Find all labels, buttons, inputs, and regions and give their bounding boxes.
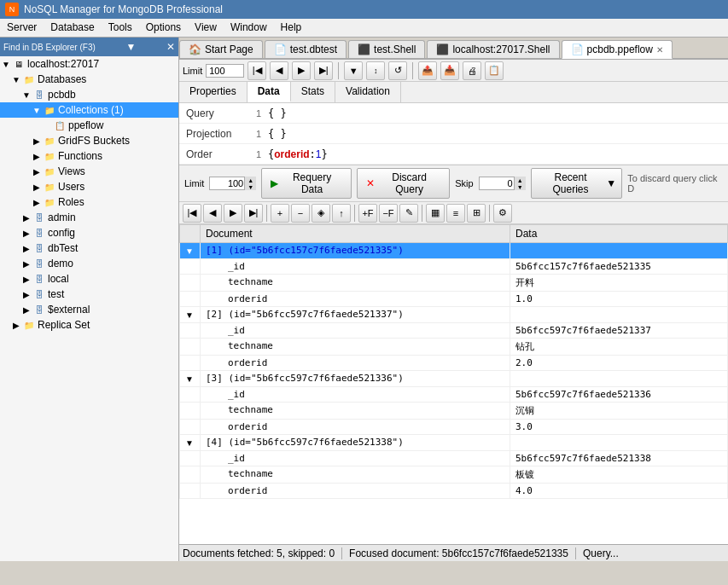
child-row-2-0[interactable]: _id5b6fcc597c7f6faede521337	[180, 323, 728, 339]
recent-btn[interactable]: Recent Queries ▼	[531, 168, 623, 199]
data-next-page-btn[interactable]: ▶	[224, 204, 242, 223]
menubar-item-database[interactable]: Database	[44, 19, 101, 37]
menubar-item-view[interactable]: View	[188, 19, 224, 37]
export-btn[interactable]: 📤	[418, 61, 437, 80]
tree-item-dbtest[interactable]: ▶🗄dbTest	[0, 240, 178, 256]
query-value-order[interactable]: {orderid:1}	[265, 146, 728, 163]
query-value-query[interactable]: { }	[265, 105, 728, 122]
child-row-3-0[interactable]: _id5b6fcc597c7f6faede521336	[180, 387, 728, 403]
expand-arrow-4[interactable]: ▼	[185, 438, 194, 448]
expand-btn-collections[interactable]: ▼	[31, 104, 43, 116]
subtab-validation[interactable]: Validation	[335, 82, 401, 102]
child-row-2-1[interactable]: techname钻孔	[180, 339, 728, 356]
row-expand-1[interactable]: ▼	[180, 243, 201, 259]
tab-close-pcbdbppeflow[interactable]: ✕	[656, 45, 663, 55]
discard-btn[interactable]: ✕ Discard Query	[357, 168, 450, 199]
tree-item-localhost[interactable]: ▼🖥localhost:27017	[0, 56, 178, 72]
child-row-2-2[interactable]: orderid2.0	[180, 356, 728, 371]
tree-item-demo[interactable]: ▶🗄demo	[0, 256, 178, 271]
subtab-data[interactable]: Data	[248, 82, 291, 102]
expand-btn-dbtest[interactable]: ▶	[20, 242, 32, 254]
tree-item-admin[interactable]: ▶🗄admin	[0, 210, 178, 225]
add-row-btn[interactable]: +	[271, 204, 289, 223]
tree-item-collections[interactable]: ▼📁Collections (1)	[0, 102, 178, 118]
view3-btn[interactable]: ⊞	[467, 204, 486, 223]
data-prev-btn[interactable]: ◀	[203, 204, 222, 223]
expand-btn-local[interactable]: ▶	[20, 273, 32, 285]
expand-btn-config[interactable]: ▶	[20, 227, 32, 239]
expand-btn-test[interactable]: ▶	[20, 288, 32, 300]
add-field-btn[interactable]: +F	[358, 204, 377, 223]
tab-testdbtest[interactable]: 📄test.dbtest	[265, 40, 347, 58]
tree-item-sexternal[interactable]: ▶🗄$external	[0, 302, 178, 317]
move-up-btn[interactable]: ↑	[332, 204, 351, 223]
print-btn[interactable]: 🖨	[463, 61, 481, 80]
menubar-item-tools[interactable]: Tools	[102, 19, 139, 37]
expand-btn-replicaset[interactable]: ▶	[10, 319, 22, 331]
tab-start[interactable]: 🏠Start Page	[179, 40, 263, 58]
import-btn[interactable]: 📥	[440, 61, 459, 80]
menubar-item-window[interactable]: Window	[224, 19, 274, 37]
refresh-btn[interactable]: ↺	[388, 61, 407, 80]
find-close[interactable]: ✕	[166, 41, 175, 53]
clone-row-btn[interactable]: ◈	[312, 204, 330, 223]
tree-item-replicaset[interactable]: ▶📁Replica Set	[0, 317, 178, 333]
menubar-item-help[interactable]: Help	[274, 19, 309, 37]
view2-btn[interactable]: ≡	[446, 204, 465, 223]
expand-btn-functions[interactable]: ▶	[31, 150, 43, 162]
expand-btn-roles[interactable]: ▶	[31, 196, 43, 208]
table-row-1[interactable]: ▼[1] (id="5b6fcc157c7f6faede521335")	[180, 243, 728, 259]
row-expand-3[interactable]: ▼	[180, 371, 201, 387]
expand-btn-databases[interactable]: ▼	[10, 73, 22, 85]
expand-btn-views[interactable]: ▶	[31, 165, 43, 177]
child-row-3-2[interactable]: orderid3.0	[180, 420, 728, 435]
limit-down[interactable]: ▼	[244, 183, 256, 190]
expand-arrow-2[interactable]: ▼	[185, 310, 194, 320]
tree-item-databases[interactable]: ▼📁Databases	[0, 72, 178, 87]
tree-item-test[interactable]: ▶🗄test	[0, 287, 178, 302]
edit-field-btn[interactable]: ✎	[399, 204, 418, 223]
skip-up[interactable]: ▲	[514, 177, 526, 183]
expand-btn-users[interactable]: ▶	[31, 181, 43, 193]
tab-localhost27017shell[interactable]: ⬛localhost:27017.Shell	[427, 40, 559, 58]
skip-down[interactable]: ▼	[514, 183, 526, 190]
query-value-projection[interactable]: { }	[265, 125, 728, 142]
subtab-properties[interactable]: Properties	[179, 82, 248, 102]
tree-item-local[interactable]: ▶🗄local	[0, 271, 178, 287]
tab-testshell[interactable]: ⬛test.Shell	[348, 40, 425, 58]
last-btn[interactable]: ▶|	[314, 61, 333, 80]
expand-arrow-3[interactable]: ▼	[185, 374, 194, 384]
view1-btn[interactable]: ▦	[426, 204, 445, 223]
data-last-btn[interactable]: ▶|	[244, 204, 263, 223]
tree-item-pcbdb[interactable]: ▼🗄pcbdb	[0, 87, 178, 102]
limit-input[interactable]	[206, 64, 244, 78]
menubar-item-server[interactable]: Server	[0, 19, 44, 37]
copy-btn[interactable]: 📋	[485, 61, 504, 80]
tree-item-gridfs[interactable]: ▶📁GridFS Buckets	[0, 133, 178, 148]
expand-btn-demo[interactable]: ▶	[20, 258, 32, 269]
expand-btn-sexternal[interactable]: ▶	[20, 304, 32, 316]
tree-item-functions[interactable]: ▶📁Functions	[0, 148, 178, 164]
table-row-3[interactable]: ▼[3] (id="5b6fcc597c7f6faede521336")	[180, 371, 728, 387]
requery-btn[interactable]: ▶ Requery Data	[261, 168, 352, 199]
child-row-4-1[interactable]: techname板镀	[180, 466, 728, 484]
prev-btn[interactable]: ◀	[270, 61, 288, 80]
expand-btn-pcbdb[interactable]: ▼	[20, 89, 32, 101]
tree-item-ppeflow[interactable]: 📋ppeflow	[0, 118, 178, 133]
limit-up[interactable]: ▲	[244, 177, 256, 183]
expand-btn-localhost[interactable]: ▼	[0, 58, 12, 70]
row-expand-2[interactable]: ▼	[180, 307, 201, 323]
del-field-btn[interactable]: −F	[379, 204, 398, 223]
expand-btn-ppeflow[interactable]	[41, 119, 53, 131]
settings-btn[interactable]: ⚙	[493, 204, 512, 223]
next-btn[interactable]: ▶	[292, 61, 311, 80]
tree-item-users[interactable]: ▶📁Users	[0, 179, 178, 194]
child-row-3-1[interactable]: techname沉铜	[180, 403, 728, 420]
child-row-1-0[interactable]: _id5b6fcc157c7f6faede521335	[180, 259, 728, 275]
data-first-btn[interactable]: |◀	[183, 204, 201, 223]
expand-arrow-1[interactable]: ▼	[185, 246, 194, 256]
subtab-stats[interactable]: Stats	[291, 82, 335, 102]
child-row-4-0[interactable]: _id5b6fcc597c7f6faede521338	[180, 451, 728, 466]
menubar-item-options[interactable]: Options	[139, 19, 188, 37]
table-row-2[interactable]: ▼[2] (id="5b6fcc597c7f6faede521337")	[180, 307, 728, 323]
